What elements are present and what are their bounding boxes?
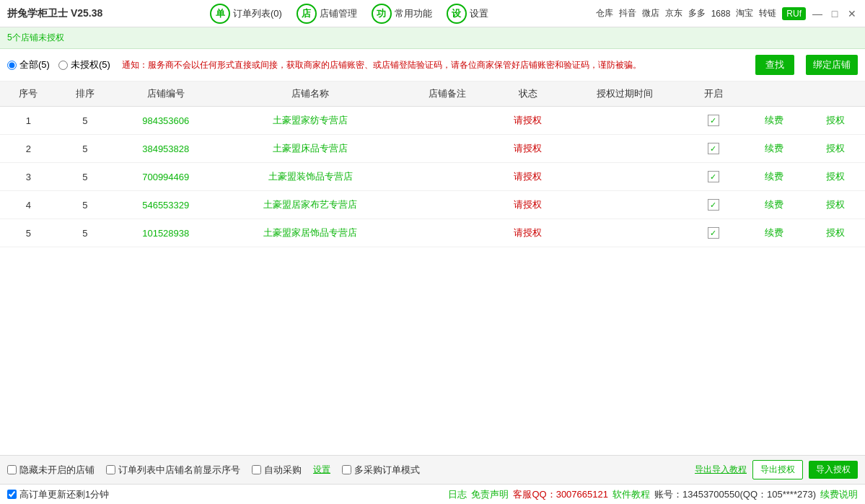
radio-all-label: 全部(5)	[19, 58, 50, 71]
cell-renew-4[interactable]: 续费	[742, 219, 803, 247]
cell-open-2	[685, 163, 742, 191]
check-show-seq-input[interactable]	[106, 465, 115, 474]
renew-link-0[interactable]: 续费	[765, 115, 783, 125]
cell-renew-3[interactable]: 续费	[742, 191, 803, 219]
auth-link-1[interactable]: 授权	[826, 143, 845, 154]
top-link-京东[interactable]: 京东	[665, 7, 682, 19]
nav-item-settings[interactable]: 设 设置	[447, 4, 488, 24]
table-row: 1 5 984353606 土豪盟家纺专营店 请授权 续费 授权	[0, 107, 865, 135]
export-tutorial-link[interactable]: 导出导入教程	[695, 464, 747, 476]
col-id: 店铺编号	[113, 81, 218, 107]
import-auth-button[interactable]: 导入授权	[809, 461, 858, 479]
title-bar-right: 仓库抖音微店京东多多1688淘宝转链RUf—□✕	[596, 7, 858, 20]
nav-item-order-list[interactable]: 单 订单列表(0)	[210, 4, 282, 24]
radio-unauth[interactable]: 未授权(5)	[58, 58, 110, 71]
bind-store-button[interactable]: 绑定店铺	[806, 55, 858, 75]
top-link-多多[interactable]: 多多	[688, 7, 706, 19]
win-btn-close[interactable]: ✕	[846, 8, 858, 19]
cell-seq-2: 3	[0, 163, 57, 191]
check-multi-buy-input[interactable]	[342, 465, 351, 474]
col-note: 店铺备注	[403, 81, 492, 107]
table-row: 2 5 384953828 土豪盟床品专营店 请授权 续费 授权	[0, 135, 865, 163]
cell-name-1: 土豪盟床品专营店	[218, 135, 403, 163]
open-checkbox-2[interactable]	[708, 171, 719, 182]
title-bar: 拼兔学柜卫士 V25.38 单 订单列表(0)店 店铺管理功 常用功能设 设置 …	[0, 0, 865, 27]
check-auto-buy[interactable]: 自动采购	[252, 464, 302, 477]
export-auth-button[interactable]: 导出授权	[752, 460, 803, 479]
settings-link[interactable]: 设置	[313, 464, 330, 476]
cell-name-3: 土豪盟居家布艺专营店	[218, 191, 403, 219]
auth-link-4[interactable]: 授权	[826, 227, 845, 238]
radio-all-input[interactable]	[7, 61, 17, 70]
nav-item-store-manage[interactable]: 店 店铺管理	[297, 4, 357, 24]
open-checkbox-4[interactable]	[708, 227, 719, 239]
cell-sort-3: 5	[57, 191, 114, 219]
cell-auth-4[interactable]: 授权	[804, 219, 865, 247]
find-button[interactable]: 查找	[755, 55, 794, 75]
col-action2	[804, 81, 865, 107]
open-checkbox-3[interactable]	[708, 199, 719, 211]
cell-auth-1[interactable]: 授权	[804, 135, 865, 163]
cell-note-3	[403, 191, 492, 219]
nav-icon-common-func: 功	[372, 4, 392, 24]
status-check-input[interactable]	[7, 490, 17, 499]
tutorial-link[interactable]: 软件教程	[612, 488, 650, 501]
check-hide-closed-input[interactable]	[7, 465, 17, 474]
cell-expiry-0	[564, 107, 685, 135]
open-checkbox-1[interactable]	[708, 143, 719, 154]
cell-sort-2: 5	[57, 163, 114, 191]
top-link-淘宝[interactable]: 淘宝	[736, 7, 753, 19]
win-btn-min[interactable]: —	[812, 8, 823, 19]
sub-header: 5个店铺未授权	[0, 27, 865, 49]
cell-sort-4: 5	[57, 219, 114, 247]
table-header-row: 序号 排序 店铺编号 店铺名称 店铺备注 状态 授权过期时间 开启	[0, 81, 865, 107]
log-link[interactable]: 日志	[448, 488, 467, 501]
cell-auth-0[interactable]: 授权	[804, 107, 865, 135]
table-row: 3 5 700994469 土豪盟装饰品专营店 请授权 续费 授权	[0, 163, 865, 191]
cell-status-4: 请授权	[491, 219, 564, 247]
nav-item-common-func[interactable]: 功 常用功能	[372, 4, 432, 24]
renew-link-3[interactable]: 续费	[765, 199, 783, 210]
top-link-抖音[interactable]: 抖音	[619, 7, 636, 19]
top-link-微店[interactable]: 微店	[642, 7, 659, 19]
notice-text: 通知：服务商不会以任何形式直接或间接，获取商家的店铺账密、或店铺登陆验证码，请各…	[122, 59, 744, 71]
radio-all[interactable]: 全部(5)	[7, 58, 50, 71]
cell-auth-3[interactable]: 授权	[804, 191, 865, 219]
open-checkbox-0[interactable]	[708, 115, 719, 126]
check-multi-buy[interactable]: 多采购订单模式	[342, 464, 420, 477]
renew-link-4[interactable]: 续费	[765, 227, 783, 238]
cell-renew-0[interactable]: 续费	[742, 107, 803, 135]
nav-icon-order-list: 单	[210, 4, 230, 24]
renew-link[interactable]: 续费说明	[820, 488, 858, 501]
renew-link-2[interactable]: 续费	[765, 171, 783, 182]
auth-link-2[interactable]: 授权	[826, 171, 845, 182]
check-hide-closed[interactable]: 隐藏未开启的店铺	[7, 464, 95, 477]
col-seq: 序号	[0, 81, 57, 107]
top-link-转链[interactable]: 转链	[759, 7, 776, 19]
check-auto-buy-input[interactable]	[252, 465, 261, 474]
top-link-仓库[interactable]: 仓库	[596, 7, 613, 19]
check-show-seq[interactable]: 订单列表中店铺名前显示序号	[106, 464, 240, 477]
check-auto-buy-label: 自动采购	[264, 464, 302, 477]
disclaimer-link[interactable]: 免责声明	[471, 488, 509, 501]
radio-unauth-input[interactable]	[58, 61, 68, 70]
cell-expiry-1	[564, 135, 685, 163]
win-btn-max[interactable]: □	[829, 8, 840, 19]
cell-auth-2[interactable]: 授权	[804, 163, 865, 191]
cell-expiry-4	[564, 219, 685, 247]
cell-renew-1[interactable]: 续费	[742, 135, 803, 163]
qq-label: 客服QQ：3007665121	[513, 488, 608, 501]
nav-label-settings: 设置	[470, 7, 488, 20]
renew-link-1[interactable]: 续费	[765, 143, 783, 154]
cell-open-4	[685, 219, 742, 247]
cell-status-3: 请授权	[491, 191, 564, 219]
cell-renew-2[interactable]: 续费	[742, 163, 803, 191]
table-row: 5 5 101528938 土豪盟家居饰品专营店 请授权 续费 授权	[0, 219, 865, 247]
auth-link-3[interactable]: 授权	[826, 199, 845, 210]
nav-label-store-manage: 店铺管理	[320, 7, 357, 20]
cell-seq-1: 2	[0, 135, 57, 163]
auth-link-0[interactable]: 授权	[826, 115, 845, 125]
top-link-1688[interactable]: 1688	[711, 9, 731, 19]
nav-icon-store-manage: 店	[297, 4, 317, 24]
app-title: 拼兔学柜卫士 V25.38	[7, 7, 102, 20]
